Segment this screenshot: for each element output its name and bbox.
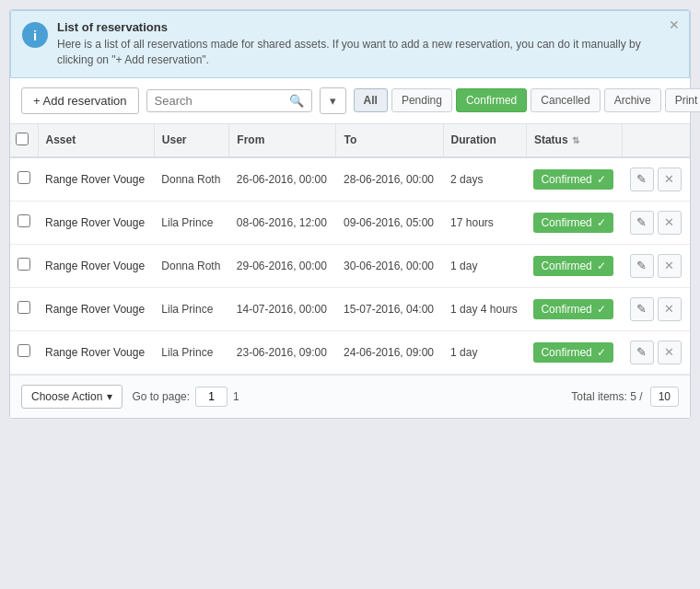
info-banner: i List of reservations Here is a list of… xyxy=(10,10,690,78)
filter-archive-button[interactable]: Archive xyxy=(604,88,661,112)
filter-cancelled-button[interactable]: Cancelled xyxy=(531,88,600,112)
row-checkbox-cell[interactable] xyxy=(10,287,38,330)
to-cell: 28-06-2016, 00:00 xyxy=(336,157,443,202)
delete-button[interactable]: ✕ xyxy=(658,297,682,321)
delete-button[interactable]: ✕ xyxy=(658,167,682,191)
row-checkbox[interactable] xyxy=(18,258,30,271)
to-cell: 15-07-2016, 04:00 xyxy=(336,287,443,330)
checkmark-icon: ✓ xyxy=(597,260,606,272)
status-confirmed-button[interactable]: Confirmed ✓ xyxy=(533,213,612,233)
edit-button[interactable]: ✎ xyxy=(630,341,654,364)
status-column-header[interactable]: Status ⇅ xyxy=(526,124,622,157)
close-icon[interactable]: ✕ xyxy=(669,18,680,31)
user-cell: Donna Roth xyxy=(154,157,228,202)
asset-cell: Range Rover Vouge xyxy=(38,287,154,330)
reservations-table: Asset User From To Duration Status ⇅ Ran… xyxy=(10,124,690,375)
filter-all-button[interactable]: All xyxy=(354,88,388,112)
user-column-header: User xyxy=(154,124,228,157)
asset-column-header: Asset xyxy=(38,124,154,157)
search-icon: 🔍 xyxy=(289,94,304,108)
status-confirmed-button[interactable]: Confirmed ✓ xyxy=(533,169,612,190)
status-confirmed-button[interactable]: Confirmed ✓ xyxy=(533,342,612,363)
edit-button[interactable]: ✎ xyxy=(630,254,654,278)
edit-button[interactable]: ✎ xyxy=(630,297,654,321)
status-cell: Confirmed ✓ xyxy=(526,287,622,330)
status-cell: Confirmed ✓ xyxy=(526,330,622,374)
filter-pending-button[interactable]: Pending xyxy=(391,88,452,112)
info-icon: i xyxy=(22,22,48,48)
status-confirmed-button[interactable]: Confirmed ✓ xyxy=(533,256,612,276)
filter-confirmed-button[interactable]: Confirmed xyxy=(456,88,527,112)
duration-cell: 2 days xyxy=(443,157,526,202)
table-footer: Choose Action ▾ Go to page: 1 Total item… xyxy=(10,375,690,418)
edit-button[interactable]: ✎ xyxy=(630,211,654,235)
info-title: List of reservations xyxy=(57,20,678,34)
actions-cell: ✎ ✕ xyxy=(623,330,690,374)
to-cell: 30-06-2016, 00:00 xyxy=(336,244,443,287)
print-button[interactable]: Print xyxy=(665,88,700,112)
from-cell: 23-06-2016, 09:00 xyxy=(229,330,336,374)
from-cell: 14-07-2016, 00:00 xyxy=(229,287,336,330)
from-cell: 29-06-2016, 00:00 xyxy=(229,244,336,287)
user-cell: Donna Roth xyxy=(154,244,228,287)
duration-cell: 1 day xyxy=(443,330,526,374)
checkmark-icon: ✓ xyxy=(597,216,606,229)
row-checkbox-cell[interactable] xyxy=(10,157,38,202)
from-cell: 26-06-2016, 00:00 xyxy=(229,157,336,202)
asset-cell: Range Rover Vouge xyxy=(38,244,154,287)
row-checkbox-cell[interactable] xyxy=(10,201,38,244)
row-checkbox-cell[interactable] xyxy=(10,330,38,374)
select-all-checkbox[interactable] xyxy=(16,133,29,145)
total-info: Total items: 5 / 10 xyxy=(571,387,679,407)
choose-action-button[interactable]: Choose Action ▾ xyxy=(21,385,122,409)
actions-cell: ✎ ✕ xyxy=(623,244,690,287)
edit-button[interactable]: ✎ xyxy=(630,167,654,191)
checkmark-icon: ✓ xyxy=(597,303,606,316)
duration-column-header: Duration xyxy=(443,124,526,157)
row-checkbox[interactable] xyxy=(18,171,30,184)
filter-buttons: All Pending Confirmed Cancelled Archive … xyxy=(354,88,700,112)
total-pages: 1 xyxy=(233,390,239,403)
actions-cell: ✎ ✕ xyxy=(623,157,690,202)
delete-button[interactable]: ✕ xyxy=(658,341,682,364)
actions-cell: ✎ ✕ xyxy=(623,287,690,330)
user-cell: Lila Prince xyxy=(154,201,228,244)
actions-cell: ✎ ✕ xyxy=(623,201,690,244)
checkmark-icon: ✓ xyxy=(597,346,606,359)
to-cell: 09-06-2016, 05:00 xyxy=(336,201,443,244)
table-row: Range Rover Vouge Lila Prince 14-07-2016… xyxy=(10,287,690,330)
row-checkbox-cell[interactable] xyxy=(10,244,38,287)
row-checkbox[interactable] xyxy=(18,214,30,227)
table-row: Range Rover Vouge Lila Prince 08-06-2016… xyxy=(10,201,690,244)
page-navigation: Go to page: 1 xyxy=(132,387,239,407)
total-items-label: Total items: 5 / xyxy=(571,390,642,403)
reservations-container: i List of reservations Here is a list of… xyxy=(9,9,691,419)
status-cell: Confirmed ✓ xyxy=(526,244,622,287)
search-wrapper: 🔍 xyxy=(146,89,312,112)
table-row: Range Rover Vouge Donna Roth 29-06-2016,… xyxy=(10,244,690,287)
user-cell: Lila Prince xyxy=(154,330,228,374)
delete-button[interactable]: ✕ xyxy=(658,211,682,235)
search-dropdown-button[interactable]: ▾ xyxy=(320,87,346,114)
duration-cell: 1 day 4 hours xyxy=(443,287,526,330)
table-row: Range Rover Vouge Donna Roth 26-06-2016,… xyxy=(10,157,690,202)
page-input[interactable] xyxy=(195,387,228,407)
per-page-button[interactable]: 10 xyxy=(650,387,679,407)
duration-cell: 17 hours xyxy=(443,201,526,244)
search-input[interactable] xyxy=(155,94,284,108)
select-all-header[interactable] xyxy=(10,124,38,157)
asset-cell: Range Rover Vouge xyxy=(38,201,154,244)
status-confirmed-button[interactable]: Confirmed ✓ xyxy=(533,299,612,319)
to-cell: 24-06-2016, 09:00 xyxy=(336,330,443,374)
status-cell: Confirmed ✓ xyxy=(526,157,622,202)
table-wrapper: Asset User From To Duration Status ⇅ Ran… xyxy=(10,124,690,375)
delete-button[interactable]: ✕ xyxy=(658,254,682,278)
row-checkbox[interactable] xyxy=(18,301,30,314)
toolbar: + Add reservation 🔍 ▾ All Pending Confir… xyxy=(10,78,690,124)
info-description: Here is a list of all reservations made … xyxy=(57,37,678,68)
table-row: Range Rover Vouge Lila Prince 23-06-2016… xyxy=(10,330,690,374)
row-checkbox[interactable] xyxy=(18,344,30,357)
from-column-header: From xyxy=(229,124,336,157)
asset-cell: Range Rover Vouge xyxy=(38,157,154,202)
add-reservation-button[interactable]: + Add reservation xyxy=(21,87,139,114)
